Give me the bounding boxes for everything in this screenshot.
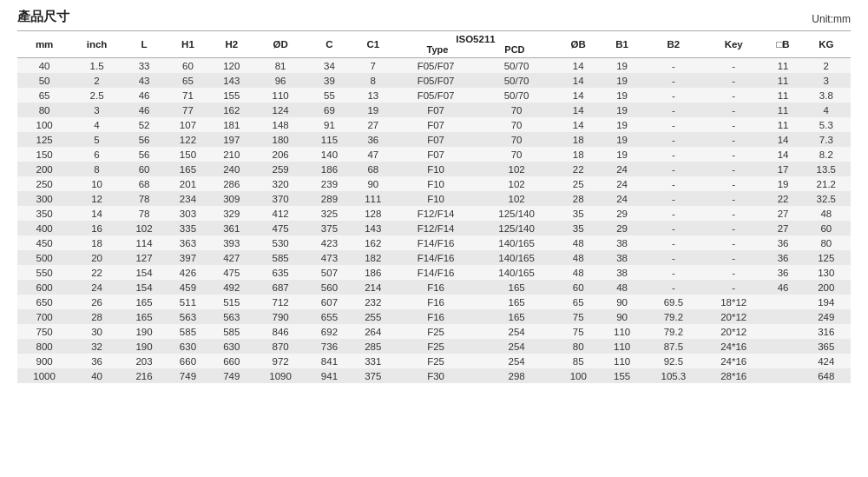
- cell-ISO-PCD: 102: [477, 176, 556, 191]
- cell-H1: 363: [166, 235, 209, 250]
- cell-KG: 194: [802, 295, 851, 309]
- cell-sqB: 11: [764, 73, 801, 88]
- cell-C1: 19: [352, 103, 395, 117]
- cell-sqB: [764, 368, 801, 383]
- cell-H2: 585: [210, 324, 253, 339]
- cell-C1: 27: [352, 117, 395, 132]
- cell-B2: 79.2: [644, 324, 703, 339]
- cell-mm: 50: [17, 73, 71, 88]
- cell-ISO-Type: F10: [395, 162, 477, 176]
- cell-ISO-Type: F25: [395, 354, 477, 368]
- cell-Key: 18*12: [703, 295, 765, 309]
- cell-H2: 563: [210, 309, 253, 324]
- cell-H2: 162: [210, 103, 253, 117]
- col-Key: Key: [703, 31, 765, 58]
- cell-C1: 143: [352, 221, 395, 235]
- cell-ISO-PCD: 140/165: [477, 235, 556, 250]
- cell-inch: 16: [71, 221, 122, 235]
- cell-KG: 80: [802, 235, 851, 250]
- cell-OB: 14: [556, 58, 600, 74]
- cell-Key: 20*12: [703, 309, 765, 324]
- cell-ISO-Type: F30: [395, 368, 477, 383]
- cell-C1: 331: [352, 354, 395, 368]
- col-sqB: □B: [764, 31, 801, 58]
- cell-ISO-Type: F10: [395, 176, 477, 191]
- cell-KG: 48: [802, 206, 851, 221]
- cell-B1: 19: [600, 88, 643, 103]
- cell-H1: 459: [166, 280, 209, 295]
- cell-OD: 180: [253, 132, 307, 147]
- cell-L: 203: [122, 354, 166, 368]
- cell-OB: 35: [556, 206, 600, 221]
- cell-B1: 90: [600, 309, 643, 324]
- cell-KG: 5.3: [802, 117, 851, 132]
- cell-B2: -: [644, 280, 703, 295]
- col-L: L: [122, 31, 166, 58]
- cell-sqB: 11: [764, 58, 801, 74]
- table-row: 502436514396398F05/F0750/701419--113: [17, 73, 851, 88]
- cell-Key: -: [703, 221, 765, 235]
- cell-Key: -: [703, 250, 765, 265]
- cell-inch: 32: [71, 339, 122, 354]
- cell-H1: 71: [166, 88, 209, 103]
- cell-C1: 68: [352, 162, 395, 176]
- cell-mm: 80: [17, 103, 71, 117]
- cell-L: 190: [122, 339, 166, 354]
- cell-ISO-PCD: 165: [477, 295, 556, 309]
- cell-ISO-PCD: 50/70: [477, 88, 556, 103]
- cell-B2: 105.3: [644, 368, 703, 383]
- cell-B2: -: [644, 250, 703, 265]
- cell-H2: 492: [210, 280, 253, 295]
- cell-C: 375: [307, 221, 351, 235]
- cell-H2: 210: [210, 147, 253, 162]
- cell-ISO-PCD: 140/165: [477, 250, 556, 265]
- cell-Key: -: [703, 162, 765, 176]
- cell-H1: 201: [166, 176, 209, 191]
- cell-H2: 286: [210, 176, 253, 191]
- cell-Key: -: [703, 235, 765, 250]
- cell-sqB: 19: [764, 176, 801, 191]
- cell-sqB: 27: [764, 221, 801, 235]
- cell-L: 154: [122, 265, 166, 280]
- cell-ISO-Type: F25: [395, 324, 477, 339]
- cell-OB: 85: [556, 354, 600, 368]
- cell-OB: 48: [556, 250, 600, 265]
- cell-C: 34: [307, 58, 351, 74]
- cell-L: 114: [122, 235, 166, 250]
- cell-H2: 475: [210, 265, 253, 280]
- cell-ISO-PCD: 102: [477, 162, 556, 176]
- cell-B2: -: [644, 147, 703, 162]
- col-H1: H1: [166, 31, 209, 58]
- cell-C: 69: [307, 103, 351, 117]
- cell-Key: 28*16: [703, 368, 765, 383]
- cell-sqB: [764, 354, 801, 368]
- cell-OD: 1090: [253, 368, 307, 383]
- cell-B2: -: [644, 235, 703, 250]
- cell-B2: 92.5: [644, 354, 703, 368]
- cell-B2: -: [644, 176, 703, 191]
- cell-inch: 30: [71, 324, 122, 339]
- cell-L: 68: [122, 176, 166, 191]
- cell-Key: -: [703, 103, 765, 117]
- cell-inch: 10: [71, 176, 122, 191]
- cell-C: 841: [307, 354, 351, 368]
- cell-OD: 412: [253, 206, 307, 221]
- cell-OD: 530: [253, 235, 307, 250]
- cell-L: 33: [122, 58, 166, 74]
- cell-ISO-Type: F25: [395, 339, 477, 354]
- cell-H2: 329: [210, 206, 253, 221]
- table-row: 12555612219718011536F07701819--147.3: [17, 132, 851, 147]
- cell-ISO-Type: F07: [395, 117, 477, 132]
- cell-L: 52: [122, 117, 166, 132]
- cell-C1: 7: [352, 58, 395, 74]
- cell-H1: 630: [166, 339, 209, 354]
- cell-ISO-Type: F10: [395, 191, 477, 206]
- cell-H2: 155: [210, 88, 253, 103]
- cell-inch: 24: [71, 280, 122, 295]
- cell-C1: 36: [352, 132, 395, 147]
- page-title: 產品尺寸: [17, 9, 69, 25]
- cell-H2: 393: [210, 235, 253, 250]
- cell-inch: 36: [71, 354, 122, 368]
- cell-H1: 122: [166, 132, 209, 147]
- cell-sqB: 36: [764, 250, 801, 265]
